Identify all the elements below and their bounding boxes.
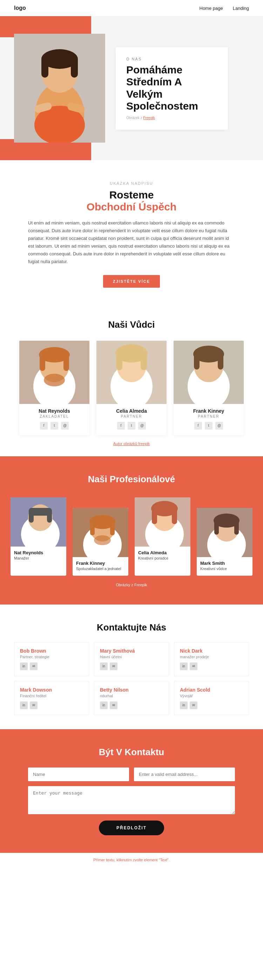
leader-twitter-0[interactable]: t — [51, 422, 58, 430]
contact-email-3[interactable]: ✉ — [30, 702, 38, 709]
leader-twitter-2[interactable]: t — [205, 422, 212, 430]
pro-name-1: Frank Kinney — [76, 561, 125, 566]
contact-icons-1: in ✉ — [100, 662, 163, 670]
contact-icons-2: in ✉ — [180, 662, 243, 670]
form-submit-button[interactable]: PŘEDLOŽIT — [99, 821, 164, 835]
leader-facebook-2[interactable]: f — [194, 422, 202, 430]
professionals-section: Naši Profesionálové Nat Reynolds Manažer — [0, 456, 263, 605]
contact-linkedin-2[interactable]: in — [180, 662, 188, 670]
about-cta-button[interactable]: ZJISTĚTE VÍCE — [103, 275, 160, 288]
svg-point-40 — [94, 535, 111, 545]
pro-name-0: Nat Reynolds — [14, 550, 63, 555]
pro-photo-3 — [197, 508, 252, 557]
leaders-grid: Nat Reynolds ZAKLADATEL f t @ — [11, 341, 252, 435]
contact-linkedin-3[interactable]: in — [20, 702, 28, 709]
svg-rect-14 — [63, 354, 69, 371]
contact-card-5: Adrian Scold Vývojář in ✉ — [174, 681, 249, 715]
contact-linkedin-4[interactable]: in — [100, 702, 108, 709]
contact-name-1: Mary Smithová — [100, 648, 163, 654]
contact-name-2: Nick Dark — [180, 648, 243, 654]
leader-name-1: Celia Almeda — [100, 408, 163, 414]
pro-card-0: Nat Reynolds Manažer — [11, 497, 66, 576]
hero-section: O NÁS Pomáháme Středním A Velkým Společn… — [0, 16, 263, 160]
form-row-1 — [28, 767, 235, 781]
svg-rect-27 — [218, 353, 223, 369]
contact-email-0[interactable]: ✉ — [30, 662, 38, 670]
pros-grid: Nat Reynolds Manažer Frank Kinney Spoluz… — [11, 497, 252, 576]
pro-photo-0 — [11, 497, 66, 547]
leader-twitter-1[interactable]: t — [128, 422, 135, 430]
contact-name-3: Mark Dowson — [20, 687, 83, 693]
svg-rect-4 — [41, 57, 48, 78]
hero-title: Pomáháme Středním A Velkým Společnostem — [126, 64, 217, 112]
about-title: Rosteme Obchodní Úspěch — [28, 189, 235, 213]
leader-card-0: Nat Reynolds ZAKLADATEL f t @ — [19, 341, 89, 435]
leader-facebook-0[interactable]: f — [40, 422, 48, 430]
leaders-section: Naši Vůdci Nat Reynolds — [0, 302, 263, 456]
leader-photo-2 — [174, 341, 244, 404]
pro-role-2: Kreativní poradce — [138, 556, 187, 560]
form-name-input[interactable] — [28, 767, 129, 781]
svg-rect-13 — [40, 354, 45, 371]
hero-text-box: O NÁS Pomáháme Středním A Velkým Společn… — [116, 47, 228, 130]
contact-role-5: Vývojář — [180, 694, 243, 698]
leader-role-0: ZAKLADATEL — [23, 414, 86, 418]
contact-email-2[interactable]: ✉ — [190, 662, 197, 670]
about-body: Ut enim ad minim veniam, quis nostrud ex… — [28, 219, 235, 266]
contact-linkedin-1[interactable]: in — [100, 662, 108, 670]
nav-link-landing[interactable]: Landing — [233, 6, 249, 11]
svg-point-15 — [44, 374, 65, 387]
hero-credit-link[interactable]: Freepik — [143, 116, 155, 120]
logo: logo — [14, 5, 26, 11]
contact-card-2: Nick Dark manažer prodeje in ✉ — [174, 642, 249, 676]
professionals-title: Naši Profesionálové — [11, 474, 252, 485]
contact-name-0: Bob Brown — [20, 648, 83, 654]
contact-role-0: Partner, strategie — [20, 655, 83, 659]
svg-rect-45 — [152, 508, 157, 524]
navbar: logo Home page Landing — [0, 0, 263, 16]
leader-socials-1: f t @ — [97, 422, 166, 430]
contact-card-0: Bob Brown Partner, strategie in ✉ — [14, 642, 89, 676]
leader-photo-0 — [19, 341, 89, 404]
contact-linkedin-0[interactable]: in — [20, 662, 28, 670]
svg-rect-21 — [141, 353, 147, 370]
about-section: UKÁZKA NADPISU Rosteme Obchodní Úspěch U… — [0, 160, 263, 302]
leader-card-1: Celia Almeda PARTNER f t @ — [97, 341, 166, 435]
pro-name-2: Celia Almeda — [138, 550, 187, 555]
contact-name-4: Betty Nilson — [100, 687, 163, 693]
pro-role-3: Kreativní vůdce — [200, 566, 249, 571]
svg-rect-38 — [90, 521, 95, 535]
pro-role-1: Spoluzakladatel a jednatel — [76, 566, 125, 571]
leaders-credit[interactable]: Autor obrázků freepik — [11, 442, 252, 446]
footer-text: Přímer textu, kliknutím zvolte element "… — [93, 858, 170, 862]
pro-role-0: Manažer — [14, 556, 63, 560]
contact-title: Kontaktujte Nás — [14, 622, 249, 633]
leader-card-2: Frank Kinney PARTNER f t @ — [174, 341, 244, 435]
svg-rect-32 — [29, 509, 34, 523]
hero-label: O NÁS — [126, 57, 217, 61]
contact-card-4: Betty Nilson ndurhal in ✉ — [94, 681, 169, 715]
contact-email-5[interactable]: ✉ — [190, 702, 197, 709]
contact-name-5: Adrian Scold — [180, 687, 243, 693]
leader-role-1: PARTNER — [100, 414, 163, 418]
contact-icons-4: in ✉ — [100, 702, 163, 709]
contact-email-4[interactable]: ✉ — [110, 702, 117, 709]
form-message-input[interactable] — [28, 786, 235, 814]
contact-linkedin-5[interactable]: in — [180, 702, 188, 709]
about-title-orange: Obchodní Úspěch — [87, 201, 177, 213]
form-email-input[interactable] — [134, 767, 235, 781]
pro-card-3: Mark Smith Kreativní vůdce — [197, 508, 252, 576]
leader-photo-1 — [97, 341, 166, 404]
contact-email-1[interactable]: ✉ — [110, 662, 117, 670]
svg-rect-26 — [194, 353, 200, 369]
nav-link-home[interactable]: Home page — [200, 6, 223, 11]
about-title-black: Rosteme — [109, 189, 154, 200]
professionals-credit: Obrázky z Freepik — [11, 583, 252, 587]
leaders-title: Naši Vůdci — [11, 319, 252, 330]
leader-instagram-2[interactable]: @ — [215, 422, 223, 430]
leader-instagram-1[interactable]: @ — [138, 422, 146, 430]
pro-card-2: Celia Almeda Kreativní poradce — [135, 497, 190, 576]
leader-instagram-0[interactable]: @ — [61, 422, 69, 430]
leader-facebook-1[interactable]: f — [117, 422, 125, 430]
contact-role-2: manažer prodeje — [180, 655, 243, 659]
